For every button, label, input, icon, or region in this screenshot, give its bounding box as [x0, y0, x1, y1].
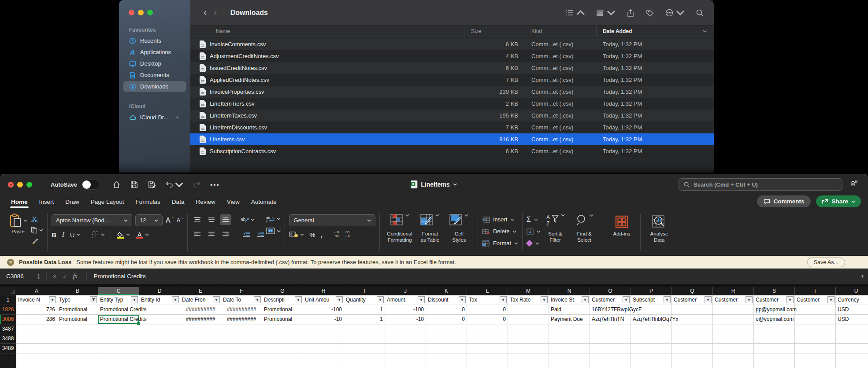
comma-button[interactable]: ,	[321, 231, 323, 239]
cell-empty[interactable]	[221, 363, 262, 368]
cell-empty[interactable]	[795, 353, 836, 363]
cell-M3489[interactable]	[508, 344, 549, 353]
tab-automate[interactable]: Automate	[245, 195, 282, 209]
cell-C3086[interactable]: Promotional Credits	[98, 315, 139, 324]
back-button[interactable]: ‹	[200, 8, 210, 18]
cell-B3488[interactable]	[57, 334, 98, 344]
column-header-O[interactable]: O	[590, 287, 631, 295]
column-header-S[interactable]: S	[754, 287, 795, 295]
cell-F1826[interactable]: ##########	[221, 305, 262, 315]
cell-empty[interactable]	[426, 353, 467, 363]
filter-button-L[interactable]: ▼	[500, 296, 507, 303]
cell-empty[interactable]	[754, 363, 795, 368]
accounting-format-button[interactable]: €	[289, 231, 304, 238]
cell-L1826[interactable]: 0	[467, 305, 508, 315]
cell-empty[interactable]	[262, 353, 303, 363]
cell-A3487[interactable]	[16, 324, 57, 334]
sort-filter-button[interactable]: AZ Sort & Filter	[541, 211, 570, 254]
file-row[interactable]: InvoiceComments.csv6 KBComm...et (.csv)T…	[190, 38, 714, 50]
cell-A1826[interactable]: 726	[16, 305, 57, 315]
cell-O3487[interactable]	[590, 324, 631, 334]
cell-empty[interactable]	[672, 363, 713, 368]
filter-button-M[interactable]: ▼	[541, 296, 548, 303]
row-header-3487[interactable]: 3487	[0, 324, 16, 334]
file-row[interactable]: LineItemTiers.csv2 KBComm...et (.csv)Tod…	[190, 98, 714, 110]
file-row[interactable]: InvoiceProperties.csv239 KBComm...et (.c…	[190, 86, 714, 98]
increase-indent-button[interactable]	[255, 229, 266, 239]
cell-empty[interactable]	[98, 353, 139, 363]
cell-P3489[interactable]	[631, 344, 672, 353]
cell-empty[interactable]	[426, 363, 467, 368]
borders-button[interactable]	[92, 231, 105, 239]
filter-button-S[interactable]: ▼	[786, 296, 794, 303]
cell-styles-button[interactable]: Cell Styles	[445, 211, 474, 254]
column-header-P[interactable]: P	[631, 287, 672, 295]
cell-J3487[interactable]	[385, 324, 426, 334]
column-header-K[interactable]: K	[426, 287, 467, 295]
cell-J3489[interactable]	[385, 344, 426, 353]
cell-B1826[interactable]: Promotional	[57, 305, 98, 315]
cell-N3488[interactable]	[549, 334, 590, 344]
row-header-empty[interactable]	[0, 353, 16, 363]
column-header-N[interactable]: N	[549, 287, 590, 295]
more-commands-icon[interactable]: •••	[210, 181, 220, 188]
cell-O3086[interactable]: Azq7ehTlnTN	[590, 315, 631, 324]
cell-empty[interactable]	[57, 353, 98, 363]
tags-button[interactable]	[645, 8, 654, 17]
cell-L3487[interactable]	[467, 324, 508, 334]
cell-S3489[interactable]	[754, 344, 795, 353]
cell-empty[interactable]	[754, 353, 795, 363]
cell-empty[interactable]	[344, 363, 385, 368]
comments-button[interactable]: Comments	[757, 195, 811, 207]
cell-H3489[interactable]	[303, 344, 344, 353]
name-box[interactable]: C3086	[0, 273, 37, 280]
cell-J3488[interactable]	[385, 334, 426, 344]
cell-T3086[interactable]	[795, 315, 836, 324]
save-as-button[interactable]: Save As...	[807, 258, 845, 267]
cell-empty[interactable]	[303, 363, 344, 368]
cell-N1826[interactable]: Paid	[549, 305, 590, 315]
cell-F3086[interactable]: ##########	[221, 315, 262, 324]
tab-insert[interactable]: Insert	[33, 195, 60, 209]
fill-color-button[interactable]	[117, 231, 130, 239]
format-as-table-button[interactable]: Format as Table	[415, 211, 445, 254]
share-button[interactable]: Share	[816, 195, 861, 207]
row-header-3489[interactable]: 3489	[0, 344, 16, 353]
cell-empty[interactable]	[98, 363, 139, 368]
clear-button[interactable]	[527, 239, 541, 248]
cell-I3487[interactable]	[344, 324, 385, 334]
increase-font-size-button[interactable]: A^	[166, 217, 174, 224]
cell-F3489[interactable]	[221, 344, 262, 353]
cell-G3489[interactable]	[262, 344, 303, 353]
cell-G3086[interactable]: Promotional	[262, 315, 303, 324]
cell-K3488[interactable]	[426, 334, 467, 344]
tab-formulas[interactable]: Formulas	[130, 195, 166, 209]
file-row[interactable]: IssuedCreditNotes.csv6 KBComm...et (.csv…	[190, 62, 714, 74]
cell-empty[interactable]	[549, 353, 590, 363]
column-header-C[interactable]: C	[98, 287, 139, 295]
cell-P3086[interactable]: Azq7ehTlnblOq7Yx	[631, 315, 672, 324]
align-center-button[interactable]	[206, 229, 217, 239]
cell-S3488[interactable]	[754, 334, 795, 344]
cell-I3488[interactable]	[344, 334, 385, 344]
cell-D3487[interactable]	[139, 324, 180, 334]
filter-button-F[interactable]: ▼	[254, 296, 261, 303]
column-header-A[interactable]: A	[16, 287, 57, 295]
font-size-select[interactable]: 12	[135, 214, 163, 226]
cell-empty[interactable]	[221, 353, 262, 363]
cell-empty[interactable]	[180, 353, 221, 363]
group-view-button[interactable]	[596, 8, 616, 17]
cell-A3086[interactable]: 286	[16, 315, 57, 324]
sidebar-item-recents[interactable]: Recents	[123, 35, 186, 46]
column-header-G[interactable]: G	[262, 287, 303, 295]
cell-F3488[interactable]	[221, 334, 262, 344]
filter-button-C[interactable]: ▼	[131, 296, 138, 303]
cell-B3487[interactable]	[57, 324, 98, 334]
cell-G3488[interactable]	[262, 334, 303, 344]
file-row[interactable]: AppliedCreditNotes.csv7 KBComm...et (.cs…	[190, 74, 714, 86]
filter-button-R[interactable]: ▼	[746, 296, 753, 303]
cell-Q3489[interactable]	[672, 344, 713, 353]
filter-button-O[interactable]: ▼	[623, 296, 630, 303]
cell-empty[interactable]	[631, 363, 672, 368]
forward-button[interactable]: ›	[210, 8, 220, 18]
